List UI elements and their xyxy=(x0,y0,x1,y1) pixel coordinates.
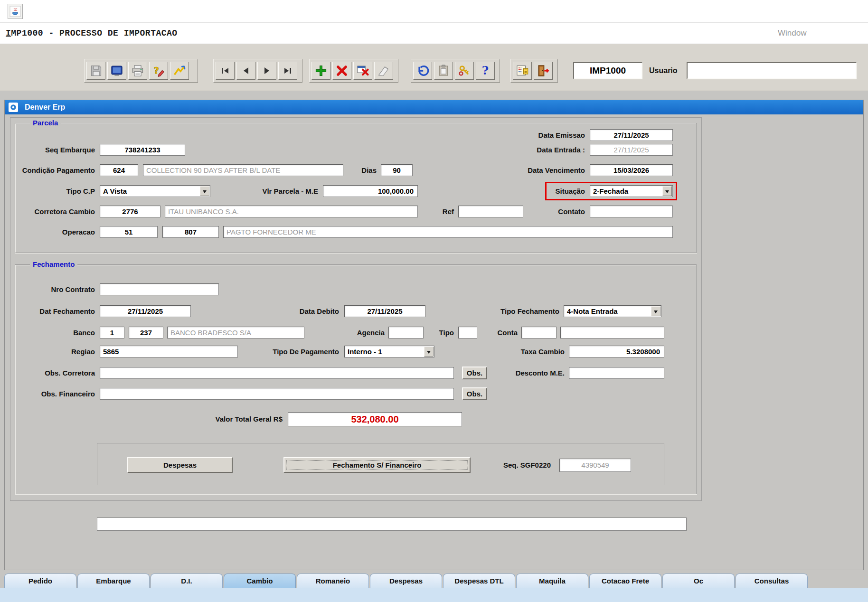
tipo-cp-dropdown[interactable]: A Vista xyxy=(100,185,210,197)
fechamento-financeiro-button[interactable]: Fechamento S/ Financeiro xyxy=(283,457,471,473)
operacao-code2-field[interactable]: 807 xyxy=(162,226,219,238)
conta-field-1[interactable] xyxy=(521,327,557,339)
svg-text:?: ? xyxy=(154,65,160,76)
obs-corretora-button[interactable]: Obs. xyxy=(462,367,487,379)
data-vencimento-field[interactable]: 15/03/2026 xyxy=(590,164,673,176)
nro-contrato-field[interactable] xyxy=(100,283,219,295)
usuario-input[interactable] xyxy=(687,62,857,79)
print-icon xyxy=(131,64,144,77)
conta-field-2[interactable] xyxy=(560,327,664,339)
keys-button[interactable] xyxy=(455,62,474,80)
contato-field[interactable] xyxy=(590,206,673,217)
banco-code1-field[interactable]: 1 xyxy=(100,327,124,339)
tab-despesas-dtl[interactable]: Despesas DTL xyxy=(443,574,515,588)
denver-erp-icon xyxy=(9,103,18,112)
dropdown-arrow-icon[interactable] xyxy=(200,186,209,196)
seq-sgf-field: 4390549 xyxy=(559,459,631,472)
java-coffee-icon xyxy=(9,6,21,17)
status-message-field[interactable] xyxy=(97,517,687,531)
toolbar-group-file: ? xyxy=(84,59,198,83)
screen-button[interactable] xyxy=(107,62,126,80)
exit-button[interactable] xyxy=(534,62,553,80)
delete-record-button[interactable] xyxy=(332,62,351,80)
regiao-field[interactable]: 5865 xyxy=(100,346,238,357)
toolbar-group-system xyxy=(510,59,558,83)
nav-next-button[interactable] xyxy=(257,62,276,80)
screen-icon xyxy=(110,64,123,77)
situacao-dropdown[interactable]: 2-Fechada xyxy=(590,185,673,197)
obs-financeiro-field[interactable] xyxy=(100,388,454,400)
condicao-pagamento-code-field[interactable]: 624 xyxy=(100,164,138,176)
paste-button[interactable] xyxy=(434,62,453,80)
tab-maquila[interactable]: Maquila xyxy=(516,574,588,588)
banco-code2-field[interactable]: 237 xyxy=(129,327,163,339)
despesas-button[interactable]: Despesas xyxy=(127,457,233,473)
imp1000-window: IMP1000 - PROCESSO DE IMPORTACAO Window xyxy=(0,0,868,602)
nav-previous-icon xyxy=(240,65,252,76)
data-entrada-field: 27/11/2025 xyxy=(590,144,673,156)
cancel-grid-button[interactable] xyxy=(353,62,372,80)
ref-field[interactable] xyxy=(458,206,523,217)
save-icon xyxy=(89,64,103,77)
tab-oc[interactable]: Oc xyxy=(662,574,735,588)
vlr-parcela-field[interactable]: 100,000.00 xyxy=(323,185,418,197)
data-emissao-field[interactable]: 27/11/2025 xyxy=(590,129,673,141)
toolbar-group-navigation xyxy=(213,59,302,83)
save-button[interactable] xyxy=(86,62,105,80)
delete-record-icon xyxy=(335,64,349,77)
clear-button[interactable] xyxy=(374,62,393,80)
nav-last-icon xyxy=(282,65,293,76)
tab-consultas[interactable]: Consultas xyxy=(736,574,808,588)
corretora-cambio-code-field[interactable]: 2776 xyxy=(100,206,160,217)
nav-previous-button[interactable] xyxy=(236,62,255,80)
desconto-me-field[interactable] xyxy=(569,367,664,379)
window-title: IMP1000 - PROCESSO DE IMPORTACAO xyxy=(6,23,178,44)
obs-corretora-field[interactable] xyxy=(100,367,454,379)
help-edit-button[interactable]: ? xyxy=(149,62,168,80)
tab-cambio[interactable]: Cambio xyxy=(224,574,296,588)
os-title-strip xyxy=(0,0,868,23)
dat-fechamento-field[interactable]: 27/11/2025 xyxy=(100,305,191,317)
agencia-field[interactable] xyxy=(388,327,424,339)
exit-icon xyxy=(537,64,550,77)
nav-next-icon xyxy=(261,65,273,76)
tipo-pagamento-value: Interno - 1 xyxy=(348,346,382,357)
nav-first-icon xyxy=(219,65,231,76)
dropdown-arrow-icon[interactable] xyxy=(424,347,434,357)
help-wizard-icon xyxy=(173,64,186,77)
nav-last-button[interactable] xyxy=(278,62,297,80)
obs-financeiro-button[interactable]: Obs. xyxy=(462,387,487,400)
help-wizard-button[interactable] xyxy=(170,62,189,80)
help-button[interactable]: ? xyxy=(476,62,495,80)
tab-pedido[interactable]: Pedido xyxy=(4,574,76,588)
add-record-button[interactable] xyxy=(311,62,330,80)
data-debito-field[interactable]: 27/11/2025 xyxy=(344,305,425,317)
window-menu[interactable]: Window xyxy=(778,23,806,44)
fechamento-financeiro-button-label: Fechamento S/ Financeiro xyxy=(333,461,422,469)
tipo-fechamento-dropdown[interactable]: 4-Nota Entrada xyxy=(564,305,661,317)
undo-icon xyxy=(416,64,429,77)
schedule-button[interactable] xyxy=(513,62,532,80)
dropdown-arrow-icon[interactable] xyxy=(651,306,660,316)
nav-first-button[interactable] xyxy=(216,62,235,80)
tab-romaneio[interactable]: Romaneio xyxy=(297,574,369,588)
tab-embarque[interactable]: Embarque xyxy=(77,574,150,588)
bottom-strip xyxy=(0,588,868,602)
dropdown-arrow-icon[interactable] xyxy=(662,186,672,196)
tipo-pagamento-dropdown[interactable]: Interno - 1 xyxy=(344,346,434,357)
toolbar-group-edit: ? xyxy=(411,59,500,83)
tab-despesas[interactable]: Despesas xyxy=(370,574,442,588)
erp-titlebar-text: Denver Erp xyxy=(25,103,65,112)
taxa-cambio-field[interactable]: 5.3208000 xyxy=(569,346,664,357)
tab-cotacao-frete[interactable]: Cotacao Frete xyxy=(589,574,661,588)
seq-embarque-field[interactable]: 738241233 xyxy=(100,144,185,156)
operacao-code1-field[interactable]: 51 xyxy=(100,226,158,238)
clear-icon xyxy=(377,64,390,77)
paste-icon xyxy=(437,64,450,77)
tab-di[interactable]: D.I. xyxy=(151,574,223,588)
tipo-conta-field[interactable] xyxy=(458,327,477,339)
print-button[interactable] xyxy=(128,62,147,80)
condicao-pagamento-desc-field: COLLECTION 90 DAYS AFTER B/L DATE xyxy=(143,164,343,176)
undo-button[interactable] xyxy=(413,62,432,80)
dias-field[interactable]: 90 xyxy=(381,164,413,176)
